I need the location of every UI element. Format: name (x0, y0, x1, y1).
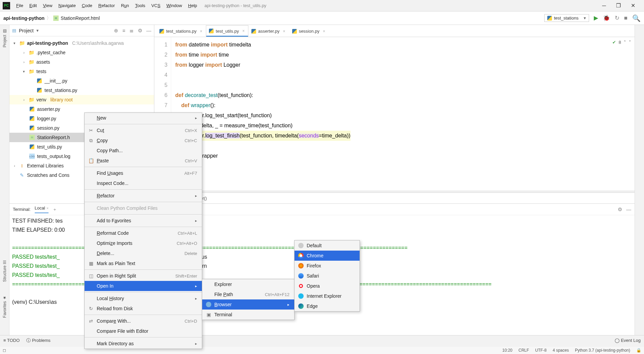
ctx-open-in[interactable]: Open In▸ (85, 281, 202, 291)
menu-window[interactable]: Window (164, 2, 185, 9)
status-lock-icon[interactable]: 🔒 (636, 348, 641, 353)
status-indent[interactable]: 4 spaces (553, 348, 569, 353)
ctx-mark-dir[interactable]: Mark Directory as▸ (85, 339, 202, 349)
search-icon[interactable]: 🔍 (632, 14, 641, 22)
menu-file[interactable]: File (13, 2, 26, 9)
ctx-cut[interactable]: ✂CutCtrl+X (85, 125, 202, 135)
ctx-edge[interactable]: Edge (295, 301, 360, 311)
ctx-ie[interactable]: Internet Explorer (295, 291, 360, 301)
ctx-opera[interactable]: Opera (295, 281, 360, 291)
close-tab-icon[interactable]: × (242, 29, 245, 33)
ctx-paste[interactable]: 📋PasteCtrl+V (85, 156, 202, 166)
tab-session[interactable]: session.py× (289, 25, 329, 37)
ctx-copy-path[interactable]: Copy Path... (85, 146, 202, 156)
tab-asserter[interactable]: asserter.py× (248, 25, 289, 37)
ctx-inspect[interactable]: Inspect Code... (85, 178, 202, 188)
structure-tool-button[interactable]: Structure ☰ (2, 260, 7, 282)
problems-button[interactable]: ⓘ Problems (26, 337, 51, 344)
ctx-file-path[interactable]: File PathCtrl+Alt+F12 (202, 289, 294, 299)
close-tab-icon[interactable]: × (283, 29, 285, 34)
minimize-icon[interactable]: ─ (602, 3, 606, 9)
ctx-reload[interactable]: ↻Reload from Disk (85, 303, 202, 314)
context-menu-open-in[interactable]: Explorer File PathCtrl+Alt+F12 Browser▸ … (202, 279, 295, 320)
locate-icon[interactable]: ⊕ (114, 28, 118, 34)
todo-button[interactable]: ≡ TODO (3, 338, 20, 343)
editor-breadcrumb[interactable]: rate_test() 〉 wrapper() (154, 193, 635, 203)
status-caret[interactable]: 10:20 (502, 348, 513, 353)
status-quick-icon[interactable]: ◻ (3, 348, 6, 353)
ctx-firefox[interactable]: Firefox (295, 261, 360, 271)
menu-navigate[interactable]: Navigate (56, 2, 78, 9)
ctx-compare[interactable]: ⇄Compare With...Ctrl+D (85, 316, 202, 326)
close-tab-icon[interactable]: × (200, 29, 202, 34)
close-icon[interactable]: ✕ (631, 2, 635, 9)
editor-inspection-status[interactable]: ✔ 8 ˄ ˅ (612, 40, 631, 45)
breadcrumb[interactable]: api-testing-python 〉 H StationReport.htm… (3, 15, 100, 21)
context-menu-browser[interactable]: Default Chrome Firefox Safari Opera Inte… (294, 240, 360, 312)
project-dropdown-icon[interactable]: ▾ (36, 28, 39, 33)
tab-test-stations[interactable]: test_stations.py× (156, 25, 206, 37)
ctx-find-usages[interactable]: Find UsagesAlt+F7 (85, 168, 202, 178)
collapse-icon[interactable]: ≣ (129, 28, 134, 34)
project-title[interactable]: Project (19, 28, 34, 33)
tree-item[interactable]: ›📁.pytest_cache (9, 48, 154, 57)
breadcrumb-root[interactable]: api-testing-python (3, 15, 44, 21)
menu-help[interactable]: Help (185, 2, 200, 9)
debug-icon[interactable]: 🐞 (603, 14, 610, 22)
gear-icon[interactable]: ⚙ (138, 28, 142, 34)
menu-run[interactable]: Run (118, 2, 132, 9)
ctx-new[interactable]: New▸ (85, 113, 202, 123)
tree-item[interactable]: ›📁venvlibrary root (9, 95, 154, 104)
ctx-refactor[interactable]: Refactor▸ (85, 191, 202, 201)
hide-icon[interactable]: — (146, 28, 151, 34)
terminal-tab[interactable]: Local × (35, 205, 49, 213)
tree-item[interactable]: ▾📁tests (9, 67, 154, 76)
ctx-split[interactable]: ◫Open in Right SplitShift+Enter (85, 271, 202, 281)
context-menu-main[interactable]: New▸ ✂CutCtrl+X ⧉CopyCtrl+C Copy Path...… (84, 112, 202, 349)
status-encoding[interactable]: UTF-8 (535, 348, 547, 353)
ctx-history[interactable]: Local History▸ (85, 293, 202, 303)
next-highlight-icon[interactable]: ˅ (629, 40, 631, 45)
gear-icon[interactable]: ⚙ (618, 206, 622, 213)
hide-icon[interactable]: — (626, 206, 631, 213)
favorites-tool-button[interactable]: Favorites ★ (2, 295, 7, 318)
tree-root[interactable]: ▾📁api-testing-pythonC:\Users\ashrika.aga… (9, 38, 154, 48)
event-log-button[interactable]: ◯ Event Log (615, 338, 641, 343)
tree-item[interactable]: test_stations.py (9, 86, 154, 95)
editor-body[interactable]: 1234567 from datetime import timedelta f… (154, 37, 635, 191)
tree-item[interactable]: __init__.py (9, 76, 154, 86)
add-terminal-icon[interactable]: ＋ (53, 206, 57, 213)
close-tab-icon[interactable]: × (323, 29, 325, 34)
ctx-compare-editor[interactable]: Compare File with Editor (85, 326, 202, 336)
ctx-browser[interactable]: Browser▸ (202, 299, 294, 310)
rerun-icon[interactable]: ↻ (615, 14, 619, 22)
ctx-delete[interactable]: Delete...Delete (85, 248, 202, 258)
menu-refactor[interactable]: Refactor (96, 2, 118, 9)
ctx-safari[interactable]: Safari (295, 271, 360, 281)
tab-test-utils[interactable]: test_utils.py× (206, 25, 248, 37)
ctx-mark-plain[interactable]: ▦Mark as Plain Text (85, 258, 202, 268)
ctx-reformat[interactable]: Reformat CodeCtrl+Alt+L (85, 228, 202, 238)
ctx-terminal[interactable]: ▣Terminal (202, 310, 294, 320)
menu-vcs[interactable]: VCS (149, 2, 163, 9)
prev-highlight-icon[interactable]: ˄ (624, 40, 626, 45)
tree-item[interactable]: ›📁assets (9, 57, 154, 67)
ctx-chrome[interactable]: Chrome (295, 251, 360, 261)
breadcrumb-file[interactable]: StationReport.html (61, 15, 100, 21)
menu-code[interactable]: Code (79, 2, 95, 9)
stop-icon[interactable]: ■ (624, 15, 627, 22)
ctx-default-browser[interactable]: Default (295, 240, 360, 251)
expand-icon[interactable]: ≡ (122, 28, 125, 34)
status-line-sep[interactable]: CRLF (519, 348, 529, 353)
ctx-optimize[interactable]: Optimize ImportsCtrl+Alt+O (85, 238, 202, 248)
status-sdk[interactable]: Python 3.7 (api-testing-python) (575, 348, 630, 353)
maximize-icon[interactable]: ❐ (616, 2, 621, 9)
ctx-favorites[interactable]: Add to Favorites▸ (85, 216, 202, 226)
ctx-copy[interactable]: ⧉CopyCtrl+C (85, 135, 202, 146)
run-config-selector[interactable]: test_stations (544, 14, 589, 22)
menu-tools[interactable]: Tools (132, 2, 148, 9)
menu-edit[interactable]: Edit (27, 2, 39, 9)
run-icon[interactable]: ▶ (594, 14, 598, 22)
close-tab-icon[interactable]: × (47, 206, 49, 210)
project-tool-button[interactable]: Project ▤ (2, 29, 7, 47)
